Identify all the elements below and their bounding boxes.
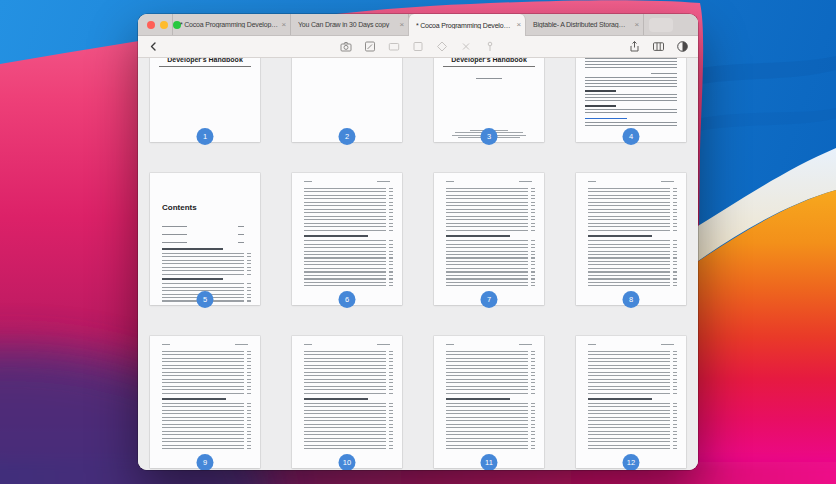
tab-4[interactable]: Bigtable- A Distributed Storag…× [526,14,644,35]
toc-entries [162,351,244,395]
page-title: Developer's Handbook [434,58,544,63]
tab-title: You Can Draw in 30 Days copy [298,21,397,28]
page-thumbnail[interactable]: Developer's Handbook1 [150,58,260,142]
page-number-badge: 7 [481,291,498,308]
page-number-badge: 10 [339,454,356,470]
header-stub [304,181,312,182]
header-stub [661,344,674,345]
tab-close-icon[interactable]: × [517,21,521,29]
tab-stub[interactable] [649,18,673,32]
columns-icon[interactable] [652,40,665,53]
page-number-badge: 6 [339,291,356,308]
title-rule [159,66,251,67]
header-stub [446,344,454,345]
tab-bar: * Cocoa Programming Develope…×You Can Dr… [138,14,698,36]
tab-2[interactable]: You Can Draw in 30 Days copy× [291,14,409,35]
toc-entries [588,240,670,288]
toc-entries [162,403,244,451]
rectangle-icon[interactable] [388,40,401,53]
page-thumbnail[interactable]: 12 [576,336,686,468]
page-number-badge: 5 [197,291,214,308]
toc-entries [304,188,386,232]
diamond-icon[interactable] [436,40,449,53]
toc-section-heading [304,398,368,400]
toc-leader-row [162,240,244,244]
toc-section-heading [304,235,368,237]
toolbar-center-group [340,40,497,53]
tab-title: Bigtable- A Distributed Storag… [533,21,632,28]
toolbar [138,36,698,58]
toc-entries [588,403,670,451]
header-stub [235,344,248,345]
page-thumbnail[interactable]: 2 [292,58,402,142]
close-window-button[interactable] [147,21,155,29]
page-number-badge: 2 [339,128,356,145]
page-thumbnail[interactable]: Developer's Handbook3 [434,58,544,142]
lineb [585,58,677,70]
page-header-row [304,344,390,345]
toc-leader-row [162,232,244,236]
back-button[interactable] [147,40,160,53]
tab-1[interactable]: * Cocoa Programming Develope…× [173,14,291,35]
page-thumbnail[interactable]: 9 [150,336,260,468]
toc-entries [446,403,528,451]
page-number-badge: 4 [623,128,640,145]
minimize-window-button[interactable] [160,21,168,29]
tab-close-icon[interactable]: × [282,21,286,29]
page-header-row [162,344,248,345]
tab-title: * Cocoa Programming Develope… [180,21,279,28]
header-stub [661,181,674,182]
tab-3[interactable]: * Cocoa Programming Develope…× [408,14,526,36]
page-header-row [446,344,532,345]
copyright-text [576,58,686,127]
share-icon[interactable] [628,40,641,53]
page-thumbnail[interactable]: 4 [576,58,686,142]
page-number-badge: 9 [197,454,214,470]
tab-close-icon[interactable]: × [635,21,639,29]
lineb [585,94,677,102]
toc-entries [446,351,528,395]
toc-entries [304,351,386,395]
page-thumbnail[interactable]: 11 [434,336,544,468]
toc-entries [588,188,670,232]
toc-section-heading [162,398,226,400]
desktop: * Cocoa Programming Develope…×You Can Dr… [0,0,836,484]
page-thumbnail[interactable]: 8 [576,173,686,305]
page-title: Developer's Handbook [150,58,260,63]
lineb [585,77,677,87]
header-stub [304,344,312,345]
line-head [585,90,616,92]
chevron-left-icon [147,40,160,53]
header-stub [377,344,390,345]
page-number-badge: 3 [481,128,498,145]
lineb [585,109,677,115]
page-header-row [588,344,674,345]
tab-close-icon[interactable]: × [400,21,404,29]
toc-section-heading [162,278,223,280]
page-thumbnail[interactable]: Contents5 [150,173,260,305]
toolbar-right-group [628,40,689,53]
page-thumbnail[interactable]: 6 [292,173,402,305]
app-window: * Cocoa Programming Develope…×You Can Dr… [138,14,698,470]
page-header-row [446,181,532,182]
delete-icon[interactable] [460,40,473,53]
square-icon[interactable] [412,40,425,53]
page-number-badge: 1 [197,128,214,145]
page-number-badge: 8 [623,291,640,308]
contents-heading: Contents [162,203,260,212]
title-rule [443,66,535,67]
tab-title: * Cocoa Programming Develope… [416,22,514,29]
contrast-icon[interactable] [676,40,689,53]
pin-icon[interactable] [484,40,497,53]
note-icon[interactable] [364,40,377,53]
line-head [585,105,616,107]
page-thumbnail[interactable]: 7 [434,173,544,305]
camera-icon[interactable] [340,40,353,53]
toc-entries [304,403,386,451]
header-stub [162,344,170,345]
toc-section-heading [588,235,652,237]
toc-section-heading [446,398,510,400]
header-stub [519,181,532,182]
thumbnail-grid[interactable]: Developer's Handbook12Developer's Handbo… [138,58,698,470]
page-thumbnail[interactable]: 10 [292,336,402,468]
